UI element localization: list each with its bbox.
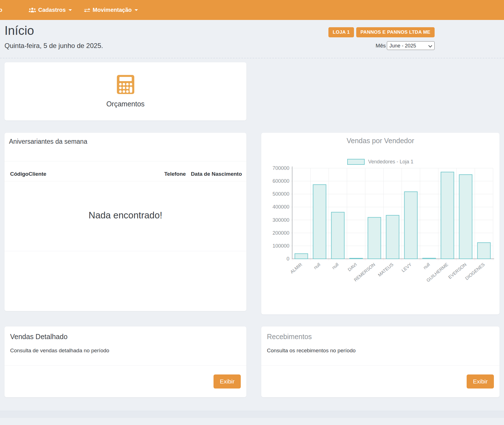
sales-bar[interactable] [478,243,491,259]
column-header-codigo: Código [4,168,28,181]
nav-item-movimentacao[interactable]: Movimentação [84,7,138,13]
x-axis-label: LEVY [401,262,413,273]
month-select[interactable]: June - 2025 [387,41,435,50]
sales-bar[interactable] [295,254,308,259]
y-axis-tick-label: 700000 [273,165,289,171]
legend-swatch [347,159,365,165]
sales-detail-card: Vendas Detalhado Consulta de vendas deta… [4,326,246,397]
store-button[interactable]: LOJA 1 [328,27,354,37]
column-header-cliente: Cliente [28,168,164,181]
sales-detail-title: Vendas Detalhado [10,333,241,341]
sales-bar[interactable] [313,185,326,259]
receipts-card: Recebimentos Consulta os recebimentos no… [261,326,500,397]
page-title: Início [4,24,34,37]
y-axis-tick-label: 600000 [273,179,289,184]
chart-title: Vendas por Vendedor [261,137,500,145]
sales-bar[interactable] [368,218,381,259]
chevron-down-icon [69,9,72,11]
empty-state-message: Nada encontrado! [4,210,246,221]
company-button[interactable]: PANNOS E PANNOS LTDA ME [356,27,435,37]
y-axis-tick-label: 200000 [273,230,289,236]
sales-bar[interactable] [332,212,344,259]
receipts-description: Consulta os recebimentos no período [267,348,494,354]
chart-legend[interactable]: Vendedores - Loja 1 [261,159,500,165]
y-axis-tick-label: 500000 [273,191,289,197]
date-row: Quinta-feira, 5 de junho de 2025. Mês Ju… [0,37,504,50]
sales-bar[interactable] [386,215,399,259]
users-icon [29,7,36,13]
exchange-icon [84,8,90,12]
birthdays-card: Aniversariantes da semana Código Cliente… [4,133,246,311]
budget-shortcut-card[interactable]: Orçamentos [4,62,246,120]
top-navbar: o Cadastros Movimentação [0,0,504,20]
clipped-nav-item[interactable]: o [0,7,3,13]
birthdays-table: Código Cliente Telefone Data de Nascimen… [4,168,246,181]
sales-bar[interactable] [405,192,417,259]
y-axis-tick-label: 100000 [273,243,289,249]
sales-bar[interactable] [423,258,436,259]
column-header-data-nascimento: Data de Nascimento [186,168,246,181]
divider [4,161,246,161]
bar-chart[interactable]: 0100000200000300000400000500000600000700… [261,165,500,289]
x-axis-label: DIOGENES [464,262,486,281]
receipts-show-button[interactable]: Exibir [467,374,494,389]
current-date: Quinta-feira, 5 de junho de 2025. [4,42,103,50]
nav-item-label: Movimentação [93,7,132,13]
header-divider [0,58,504,58]
x-axis-label: null [422,262,431,270]
y-axis-tick-label: 300000 [273,217,289,223]
y-axis-tick-label: 0 [287,256,289,262]
sales-bar[interactable] [441,172,454,259]
x-axis-label: null [331,262,339,270]
x-axis-label: DAVI [347,262,358,272]
sales-bar[interactable] [350,258,363,259]
y-axis-tick-label: 400000 [273,204,289,210]
x-axis-label: ALMIR [289,262,303,275]
sales-detail-description: Consulta de vendas detalhada no período [10,348,241,354]
month-label: Mês [376,43,386,49]
calculator-icon [117,75,135,95]
budget-card-label: Orçamentos [106,100,144,108]
page-header: Início LOJA 1 PANNOS E PANNOS LTDA ME [0,20,504,37]
column-header-telefone: Telefone [164,168,186,181]
x-axis-label: null [313,262,321,270]
x-axis-label: MATEUS [377,262,394,278]
nav-item-cadastros[interactable]: Cadastros [29,7,72,13]
sales-chart-card: Vendas por Vendedor Vendedores - Loja 1 … [261,133,500,314]
sales-detail-show-button[interactable]: Exibir [214,374,241,389]
sales-bar[interactable] [459,175,472,259]
legend-label: Vendedores - Loja 1 [368,159,413,165]
divider [4,251,246,251]
bar-chart-svg: 0100000200000300000400000500000600000700… [261,165,500,288]
birthdays-title: Aniversariantes da semana [4,138,246,145]
nav-item-label: Cadastros [38,7,66,13]
footer-strip [0,411,504,418]
receipts-title: Recebimentos [267,333,494,341]
chevron-down-icon [135,9,138,11]
